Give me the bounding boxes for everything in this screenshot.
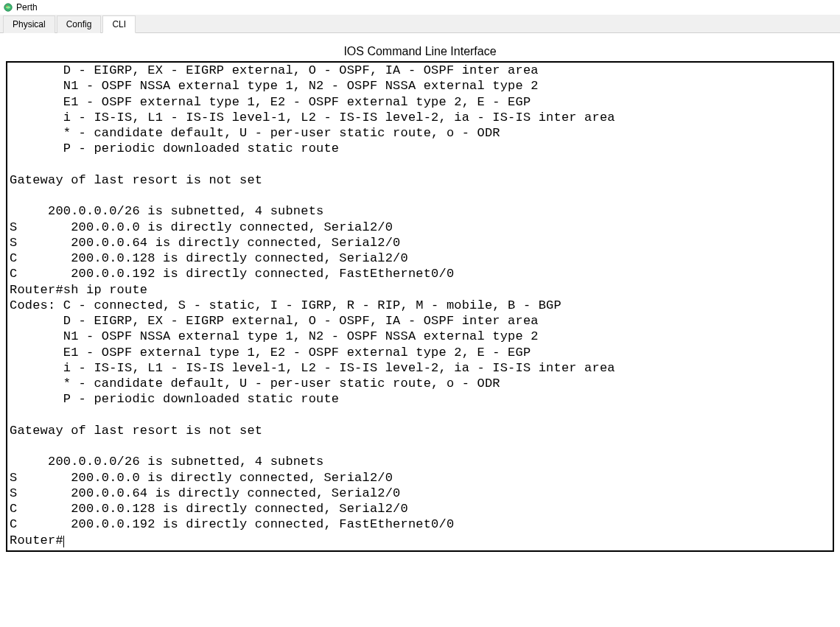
terminal-line: Codes: C - connected, S - static, I - IG… [10,298,830,313]
tab-physical[interactable]: Physical [3,15,55,33]
terminal-line: * - candidate default, U - per-user stat… [10,125,830,141]
terminal-line: S 200.0.0.0 is directly connected, Seria… [10,220,830,235]
app-icon [3,2,13,13]
terminal-line: S 200.0.0.64 is directly connected, Seri… [10,486,830,501]
terminal-line [10,188,830,203]
terminal-line: i - IS-IS, L1 - IS-IS level-1, L2 - IS-I… [10,110,830,125]
terminal-line: 200.0.0.0/26 is subnetted, 4 subnets [10,454,830,469]
terminal-line: * - candidate default, U - per-user stat… [10,376,830,391]
terminal-line: E1 - OSPF external type 1, E2 - OSPF ext… [10,345,830,360]
terminal-line: S 200.0.0.0 is directly connected, Seria… [10,470,830,486]
terminal-line: C 200.0.0.128 is directly connected, Ser… [10,501,830,516]
tab-bar: Physical Config CLI [0,15,840,33]
terminal-line: P - periodic downloaded static route [10,141,830,156]
ios-title: IOS Command Line Interface [6,45,834,58]
cli-panel: IOS Command Line Interface D - EIGRP, EX… [0,33,840,558]
terminal-line: 200.0.0.0/26 is subnetted, 4 subnets [10,203,830,219]
svg-point-1 [6,5,7,7]
terminal-line [10,407,830,423]
terminal-line: C 200.0.0.192 is directly connected, Fas… [10,516,830,532]
terminal-line: Gateway of last resort is not set [10,423,830,438]
terminal-line [10,157,830,172]
terminal-cursor [63,536,64,547]
terminal-line: N1 - OSPF NSSA external type 1, N2 - OSP… [10,78,830,94]
terminal-line: Router# [10,533,830,548]
terminal-line: C 200.0.0.128 is directly connected, Ser… [10,251,830,266]
terminal-line: P - periodic downloaded static route [10,391,830,407]
terminal-line: Gateway of last resort is not set [10,172,830,188]
tab-config[interactable]: Config [57,15,102,33]
terminal-line: E1 - OSPF external type 1, E2 - OSPF ext… [10,94,830,110]
terminal-line: Router#sh ip route [10,282,830,298]
window-title-bar: Perth [0,0,840,15]
terminal-line: C 200.0.0.192 is directly connected, Fas… [10,266,830,281]
window-title: Perth [16,2,38,13]
terminal-line: S 200.0.0.64 is directly connected, Seri… [10,235,830,251]
terminal-line: N1 - OSPF NSSA external type 1, N2 - OSP… [10,329,830,344]
terminal-line: D - EIGRP, EX - EIGRP external, O - OSPF… [10,63,830,78]
cli-terminal[interactable]: D - EIGRP, EX - EIGRP external, O - OSPF… [6,61,834,552]
terminal-line [10,438,830,454]
terminal-line: D - EIGRP, EX - EIGRP external, O - OSPF… [10,313,830,329]
tab-cli[interactable]: CLI [102,15,136,33]
terminal-line: i - IS-IS, L1 - IS-IS level-1, L2 - IS-I… [10,360,830,376]
